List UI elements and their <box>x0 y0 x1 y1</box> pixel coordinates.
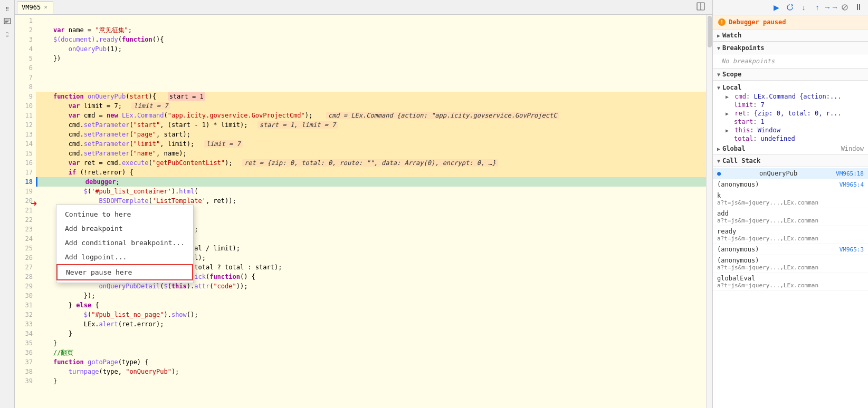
tab-label: VM965 <box>22 4 41 11</box>
watch-label: Watch <box>722 32 741 39</box>
callstack-fn-3: add <box>717 210 864 217</box>
editor-container: VM965 × 1 2 3 4 5 6 7 8 9 10 11 12 13 14… <box>15 0 712 408</box>
no-breakpoints-message: No breakpoints <box>713 54 868 68</box>
current-line-arrow: ➜ <box>31 197 37 210</box>
right-panel: ▶ ↓ ↑ →→ ⏸ ! Debugger paused ▶ Watch ▼ B… <box>712 0 868 408</box>
code-line-15: cmd.setParameter("name", name); <box>36 149 706 158</box>
global-chevron: ▶ <box>717 146 720 152</box>
panel-label: cn <box>5 32 10 37</box>
code-line-3: $(document).ready(function(){ <box>36 35 706 44</box>
scope-label: Scope <box>722 71 741 78</box>
watch-chevron: ▶ <box>717 33 720 38</box>
code-line-33: LEx.alert(ret.error); <box>36 319 706 329</box>
callstack-item-2[interactable]: k a?t=js&m=jquery...,LEx.comman <box>713 190 868 208</box>
code-line-17: if (!ret.error) { <box>36 168 706 177</box>
callstack-loc-3: a?t=js&m=jquery...,LEx.comman <box>717 217 864 224</box>
callstack-chevron: ▼ <box>717 158 720 164</box>
scope-item-ret[interactable]: ▶ ret: {zip: 0, total: 0, r... <box>713 109 868 118</box>
this-expand-icon: ▶ <box>726 128 729 133</box>
breakpoints-header[interactable]: ▼ Breakpoints <box>713 42 868 54</box>
tab-bar: VM965 × <box>15 0 712 15</box>
callstack-label: Call Stack <box>722 157 760 164</box>
callstack-fn-2: k <box>717 192 864 199</box>
context-menu-conditional-breakpoint[interactable]: Add conditional breakpoint... <box>56 236 193 250</box>
callstack-header[interactable]: ▼ Call Stack <box>713 155 868 167</box>
code-line-7 <box>36 73 706 82</box>
callstack-loc-2: a?t=js&m=jquery...,LEx.comman <box>717 199 864 206</box>
scope-item-limit[interactable]: limit: 7 <box>713 101 868 109</box>
context-menu-add-logpoint[interactable]: Add logpoint... <box>56 250 193 264</box>
scope-section: ▼ Scope ▼ Local ▶ cmd: LEx.Command {acti… <box>713 69 868 155</box>
scope-local-header[interactable]: ▼ Local <box>713 83 868 92</box>
resume-button[interactable]: ▶ <box>771 2 781 13</box>
scope-local-chevron: ▼ <box>717 85 720 91</box>
scope-item-this[interactable]: ▶ this: Window <box>713 126 868 134</box>
code-line-36: //翻页 <box>36 348 706 357</box>
scope-item-cmd[interactable]: ▶ cmd: LEx.Command {action:... <box>713 92 868 101</box>
code-line-30: }); <box>36 291 706 300</box>
callstack-fn-1: (anonymous) VM965:4 <box>717 181 864 188</box>
context-menu-add-breakpoint[interactable]: Add breakpoint <box>56 221 193 236</box>
tab-close-icon[interactable]: × <box>43 4 49 11</box>
code-line-1 <box>36 16 706 25</box>
step-into-button[interactable]: ↓ <box>798 2 809 13</box>
scope-item-total[interactable]: total: undefined <box>713 134 868 143</box>
context-menu: Continue to here Add breakpoint Add cond… <box>56 205 194 283</box>
code-line-14: cmd.setParameter("limit", limit); limit … <box>36 139 706 149</box>
split-editor-icon[interactable] <box>697 2 705 12</box>
debugger-status-message: Debugger paused <box>729 18 786 26</box>
callstack-item-4[interactable]: ready a?t=js&m=jquery...,LEx.comman <box>713 226 868 244</box>
step-out-button[interactable]: ↑ <box>812 2 823 13</box>
code-line-38: turnpage(type, "onQueryPub"); <box>36 367 706 376</box>
callstack-loc-4: a?t=js&m=jquery...,LEx.comman <box>717 235 864 242</box>
tab-vm965[interactable]: VM965 × <box>17 1 53 14</box>
callstack-section: ▼ Call Stack ● onQueryPub VM965:18 (anon… <box>713 155 868 408</box>
callstack-item-5[interactable]: (anonymous) VM965:3 <box>713 244 868 255</box>
cmd-expand-icon: ▶ <box>726 94 729 100</box>
callstack-item-1[interactable]: (anonymous) VM965:4 <box>713 179 868 190</box>
code-line-5: }) <box>36 54 706 63</box>
step-button[interactable]: →→ <box>826 2 836 13</box>
status-icon: ! <box>718 18 726 26</box>
deactivate-breakpoints-button[interactable] <box>840 2 850 13</box>
scope-global-row[interactable]: ▶ Global Window <box>713 144 868 153</box>
code-line-39: } <box>36 376 706 386</box>
callstack-item-3[interactable]: add a?t=js&m=jquery...,LEx.comman <box>713 208 868 226</box>
left-gutter: ⠿ cn <box>0 0 15 408</box>
sources-icon[interactable] <box>3 17 12 26</box>
code-line-8 <box>36 82 706 92</box>
code-line-6 <box>36 63 706 73</box>
svg-line-8 <box>843 5 847 9</box>
context-menu-continue[interactable]: Continue to here <box>56 207 193 221</box>
callstack-fn-5: (anonymous) VM965:3 <box>717 246 864 253</box>
pause-on-exception-button[interactable]: ⏸ <box>853 2 864 13</box>
code-line-11: var cmd = new LEx.Command("app.icity.gov… <box>36 111 706 120</box>
code-line-31: } else { <box>36 300 706 310</box>
callstack-item-6[interactable]: (anonymous) a?t=js&m=jquery...,LEx.comma… <box>713 255 868 273</box>
drag-handle-icon[interactable]: ⠿ <box>3 4 12 14</box>
scope-item-start[interactable]: start: 1 <box>713 118 868 126</box>
callstack-fn-6: (anonymous) <box>717 257 864 264</box>
callstack-fn-7: globalEval <box>717 275 864 282</box>
code-line-34: } <box>36 329 706 338</box>
code-line-37: function gotoPage(type) { <box>36 357 706 367</box>
step-over-button[interactable] <box>785 2 795 13</box>
scope-local-label: Local <box>722 84 741 91</box>
code-line-35: } <box>36 338 706 348</box>
breakpoints-label: Breakpoints <box>722 44 764 52</box>
watch-header[interactable]: ▶ Watch <box>713 30 868 42</box>
debugger-toolbar: ▶ ↓ ↑ →→ ⏸ <box>713 0 868 15</box>
editor-scrollbar[interactable] <box>706 15 712 408</box>
code-line-10: var limit = 7; limit = 7 <box>36 101 706 111</box>
callstack-fn-0: ● onQueryPub VM965:18 <box>717 170 864 177</box>
scope-header[interactable]: ▼ Scope <box>713 69 868 81</box>
context-menu-never-pause[interactable]: Never pause here <box>56 264 193 280</box>
scope-content: ▼ Local ▶ cmd: LEx.Command {action:... l… <box>713 81 868 154</box>
callstack-item-0[interactable]: ● onQueryPub VM965:18 <box>713 168 868 179</box>
code-line-18: debugger; <box>36 177 706 187</box>
code-editor[interactable]: 1 2 3 4 5 6 7 8 9 10 11 12 13 14 15 16 1… <box>15 15 712 408</box>
code-line-16: var ret = cmd.execute("getPubContentList… <box>36 158 706 168</box>
scope-global-label: Global <box>722 145 745 152</box>
callstack-item-7[interactable]: globalEval a?t=js&m=jquery...,LEx.comman <box>713 273 868 291</box>
ret-expand-icon: ▶ <box>726 111 729 116</box>
